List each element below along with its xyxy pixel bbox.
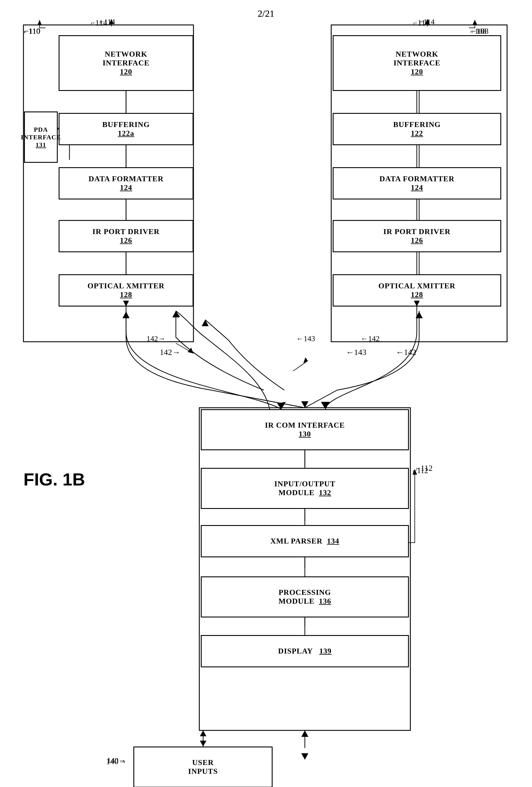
left-data-formatter-text: DATA FORMATTER 124 — [89, 174, 163, 192]
left-optical-xmitter-block: OPTICAL XMITTER 128 — [59, 274, 194, 306]
label-142-right: ←143 — [346, 347, 367, 357]
ref-110-label: ⌐110 — [25, 27, 40, 36]
svg-marker-22 — [416, 312, 423, 318]
svg-marker-53 — [472, 20, 477, 25]
ref-140-label: 140→ — [107, 756, 126, 765]
display-text: DISPLAY 139 — [278, 647, 332, 656]
svg-marker-20 — [172, 311, 179, 317]
right-optical-xmitter-text: OPTICAL XMITTER 128 — [378, 282, 456, 299]
xml-parser-text: XML PARSER 134 — [270, 537, 339, 546]
page-number: 2/21 — [258, 8, 274, 19]
left-buffering-block: BUFFERING 122a — [59, 113, 194, 145]
svg-marker-18 — [301, 401, 308, 408]
ir-com-interface-text: IR COM INTERFACE 130 — [265, 421, 345, 439]
processing-module-text: PROCESSING MODULE 136 — [279, 588, 331, 606]
svg-marker-50 — [200, 741, 206, 746]
label-142-left-text: 142→ — [147, 334, 165, 343]
ref-112-label: ⌐112 — [413, 466, 428, 475]
user-inputs-block: USER INPUTS — [133, 746, 272, 787]
io-module-block: INPUT/OUTPUT MODULE 132 — [201, 468, 409, 509]
svg-marker-58 — [187, 347, 194, 354]
right-data-formatter-text: DATA FORMATTER 124 — [380, 174, 455, 192]
right-network-interface-block: NETWORK INTERFACE 120 — [333, 35, 501, 91]
right-ir-port-driver-block: IR PORT DRIVER 126 — [333, 220, 501, 252]
user-inputs-text: USER INPUTS — [188, 758, 218, 776]
xml-parser-block: XML PARSER 134 — [201, 525, 409, 557]
svg-marker-51 — [38, 20, 42, 25]
svg-marker-21 — [123, 312, 130, 318]
right-data-formatter-block: DATA FORMATTER 124 — [333, 167, 501, 199]
svg-marker-19 — [301, 401, 308, 408]
io-module-text: INPUT/OUTPUT MODULE 132 — [274, 480, 335, 497]
svg-rect-2 — [199, 408, 411, 730]
label-142-left: 142→ — [160, 347, 180, 357]
fig-label: FIG. 1B — [23, 469, 85, 490]
right-optical-xmitter-block: OPTICAL XMITTER 128 — [333, 274, 501, 306]
svg-marker-43 — [277, 402, 286, 409]
left-data-formatter-block: DATA FORMATTER 124 — [59, 167, 194, 199]
ir-com-interface-block: IR COM INTERFACE 130 — [201, 409, 409, 450]
display-block: DISPLAY 139 — [201, 635, 409, 667]
svg-marker-23 — [202, 320, 209, 326]
svg-line-59 — [293, 361, 308, 371]
ref-114-left-label: ⌐114 — [99, 18, 115, 26]
right-buffering-text: BUFFERING 122 — [393, 120, 441, 138]
svg-marker-60 — [303, 357, 308, 363]
svg-marker-25 — [301, 730, 308, 737]
label-143-text: ←143 — [296, 334, 315, 343]
ref-114-right-label: ⌐114 — [419, 18, 435, 26]
right-network-interface-text: NETWORK INTERFACE 120 — [393, 50, 440, 76]
pda-interface-text: PDA INTERFACE 131 — [21, 126, 61, 149]
right-buffering-block: BUFFERING 122 — [333, 113, 501, 145]
label-142-right-text: ←142 — [360, 334, 380, 343]
svg-marker-45 — [321, 402, 330, 409]
left-network-interface-text: NETWORK INTERFACE 120 — [103, 50, 150, 76]
processing-module-block: PROCESSING MODULE 136 — [201, 576, 409, 617]
left-network-interface-block: NETWORK INTERFACE 120 — [59, 35, 194, 91]
page: 2/21 — [0, 0, 532, 787]
left-ir-port-driver-text: IR PORT DRIVER 126 — [92, 227, 159, 245]
left-buffering-text: BUFFERING 122a — [102, 120, 150, 138]
ref-108-label: ⌐108 — [470, 27, 486, 36]
svg-marker-49 — [200, 730, 206, 736]
svg-marker-26 — [301, 753, 308, 760]
left-ir-port-driver-block: IR PORT DRIVER 126 — [59, 220, 194, 252]
left-optical-xmitter-text: OPTICAL XMITTER 128 — [88, 282, 165, 299]
svg-marker-47 — [173, 311, 180, 317]
label-142c: ←142 — [396, 347, 416, 357]
pda-interface-block: PDA INTERFACE 131 — [24, 111, 58, 163]
right-ir-port-driver-text: IR PORT DRIVER 126 — [383, 227, 450, 245]
